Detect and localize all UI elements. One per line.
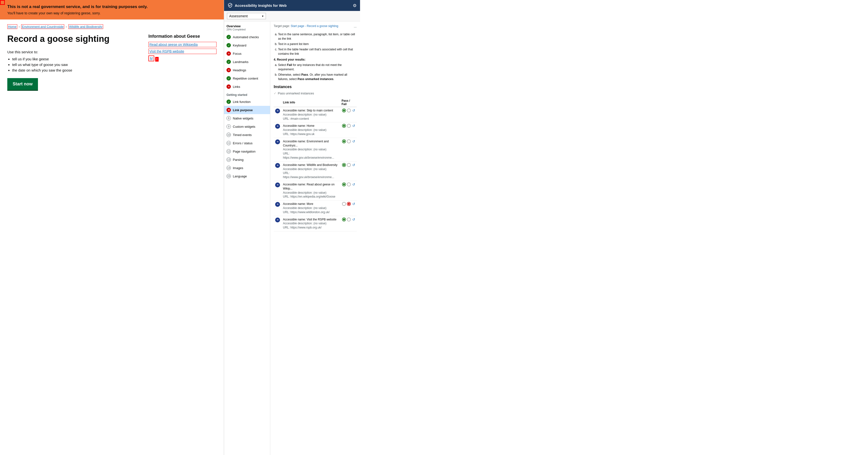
fail-radio[interactable] <box>347 109 351 113</box>
undo-button[interactable]: ↺ <box>352 163 355 167</box>
instruction-4: 4. Record your results: <box>274 58 306 61</box>
undo-button[interactable]: ↺ <box>352 217 355 221</box>
instance-desc: Accessible description: (no value) <box>283 206 339 210</box>
instruction-4b: Otherwise, select Pass. Or, after you ha… <box>278 72 356 81</box>
instance-url: URL: #main-content <box>283 117 339 121</box>
sidebar-label-focus: Focus <box>233 52 241 56</box>
pass-radio[interactable] <box>342 182 346 186</box>
getting-started-label: Getting started <box>224 91 270 97</box>
undo-button[interactable]: ↺ <box>352 109 355 113</box>
sidebar-item-link-function[interactable]: ✓ Link function <box>224 97 270 106</box>
sidebar-item-links[interactable]: ✕ Links <box>224 83 270 91</box>
eye-icon[interactable]: 👁 <box>275 109 280 113</box>
eye-icon[interactable]: 👁 <box>275 182 280 187</box>
table-row: 👁 Accessible name: Read about geese on W… <box>274 181 356 200</box>
eye-icon[interactable]: 👁 <box>275 202 280 207</box>
instance-desc: Accessible description: (no value) <box>283 147 339 152</box>
sidebar-item-timed-events[interactable]: 10 Timed events <box>224 131 270 139</box>
undo-button[interactable]: ↺ <box>352 124 355 128</box>
sidebar-item-overview[interactable]: Overview 29% Completed <box>224 22 270 33</box>
start-button[interactable]: Start now <box>7 78 38 91</box>
fail-radio[interactable] <box>347 140 351 143</box>
sidebar-item-repetitive[interactable]: ✓ Repetitive content <box>224 74 270 83</box>
pass-unmarked-button[interactable]: ✓ Pass unmarked instances <box>274 91 356 95</box>
sidebar-item-parsing[interactable]: 13 Parsing <box>224 155 270 164</box>
main-content-area: This is not a real government service, a… <box>0 0 224 455</box>
bullet-item-2: tell us what type of goose you saw <box>12 63 134 67</box>
fail-radio[interactable] <box>347 163 351 167</box>
breadcrumb: Home › Environment and Countryside › Wil… <box>7 24 217 29</box>
instance-info-cell: Accessible name: Wildlife and Biodiversi… <box>281 161 340 181</box>
pass-radio[interactable] <box>342 217 346 221</box>
sidebar-item-focus[interactable]: ✕ Focus <box>224 50 270 58</box>
sidebar-item-landmarks[interactable]: ✓ Landmarks <box>224 58 270 66</box>
instance-name: Accessible name: Read about geese on Wik… <box>283 182 339 191</box>
sidebar-item-native-widgets[interactable]: 8 Native widgets <box>224 114 270 122</box>
pass-radio[interactable] <box>342 109 346 113</box>
error-badge: ! <box>155 57 159 62</box>
table-row: 👁 Accessible name: Skip to main content … <box>274 107 356 122</box>
check-icon-link-function: ✓ <box>226 99 231 104</box>
fail-radio[interactable] <box>347 182 351 186</box>
instance-info-cell: Accessible name: Environment and Country… <box>281 138 340 161</box>
sidebar-item-keyboard[interactable]: ✓ Keyboard <box>224 41 270 50</box>
undo-button[interactable]: ↺ <box>352 140 355 143</box>
target-link[interactable]: Start page - Record a goose sighting <box>291 24 338 28</box>
sidebar-item-headings[interactable]: ✕ Headings <box>224 66 270 74</box>
instances-title: Instances <box>274 85 356 89</box>
service-intro: Use this service to: <box>7 50 134 54</box>
instruction-c: Text in the table header cell that's ass… <box>278 47 356 56</box>
pass-radio[interactable] <box>342 140 346 143</box>
more-link[interactable]: M <box>148 56 154 61</box>
rspb-link[interactable]: Visit the RSPB website <box>148 49 217 54</box>
panel-main: Target page: Start page - Record a goose… <box>270 22 360 455</box>
instance-url: URL: https://www.gov.uk <box>283 132 339 136</box>
sidebar-item-automated-checks[interactable]: ✓ Automated checks <box>224 33 270 41</box>
num-icon-14: 14 <box>226 166 231 170</box>
sidebar-item-custom-widgets[interactable]: 9 Custom widgets <box>224 122 270 131</box>
eye-icon[interactable]: 👁 <box>275 217 280 222</box>
pass-radio[interactable] <box>342 202 346 206</box>
instance-desc: Accessible description: (no value) <box>283 113 339 117</box>
panel-dots[interactable]: ... <box>354 24 356 28</box>
instruction-b: Text in a parent list item <box>278 42 356 46</box>
eye-icon-cell: 👁 <box>274 138 281 161</box>
sidebar-item-link-purpose[interactable]: ✕ Link purpose <box>224 106 270 114</box>
pass-fail-cell: ↺ <box>340 122 356 138</box>
instance-url: URL: https://en.wikipedia.org/wiki/Goose <box>283 195 339 199</box>
fail-radio[interactable] <box>347 124 351 128</box>
breadcrumb-wildlife[interactable]: Wildlife and Biodiversity <box>68 24 103 29</box>
instance-name: Accessible name: Skip to main content <box>283 109 339 113</box>
assessment-select[interactable]: Assessment <box>227 13 266 19</box>
breadcrumb-sep-1: › <box>19 25 20 28</box>
sidebar-item-images[interactable]: 14 Images <box>224 164 270 172</box>
gear-icon[interactable]: ⚙ <box>353 3 356 8</box>
instance-desc: Accessible description: (no value) <box>283 128 339 132</box>
assessment-wrapper: Assessment <box>227 13 266 19</box>
instruction-a: Text in the same sentence, paragraph, li… <box>278 32 356 41</box>
eye-icon-cell: 👁 <box>274 201 281 216</box>
undo-button[interactable]: ↺ <box>352 182 355 186</box>
breadcrumb-environment[interactable]: Environment and Countryside <box>21 24 64 29</box>
num-icon-15: 15 <box>226 174 231 178</box>
sidebar-label-images: Images <box>233 166 243 170</box>
fail-radio[interactable] <box>347 202 351 206</box>
pass-radio[interactable] <box>342 163 346 167</box>
sidebar-item-page-navigation[interactable]: 12 Page navigation <box>224 147 270 155</box>
wikipedia-link[interactable]: Read about geese on Wikipedia <box>148 42 217 47</box>
undo-button[interactable]: ↺ <box>352 202 355 206</box>
sidebar-label-parsing: Parsing <box>233 158 244 161</box>
more-link-wrapper: M ! <box>148 56 217 63</box>
bullet-list: tell us if you like geese tell us what t… <box>12 57 134 72</box>
instance-info-cell: Accessible name: Read about geese on Wik… <box>281 181 340 200</box>
breadcrumb-home[interactable]: Home <box>7 24 17 29</box>
table-row: 👁 Accessible name: Visit the RSPB websit… <box>274 216 356 231</box>
fail-radio[interactable] <box>347 217 351 221</box>
sidebar-item-errors-status[interactable]: 11 Errors / status <box>224 139 270 147</box>
sidebar-item-language[interactable]: 15 Language <box>224 172 270 180</box>
eye-icon[interactable]: 👁 <box>275 140 280 144</box>
pass-radio[interactable] <box>342 124 346 128</box>
num-icon-11: 11 <box>226 141 231 145</box>
eye-icon[interactable]: 👁 <box>275 163 280 168</box>
eye-icon[interactable]: 👁 <box>275 124 280 129</box>
